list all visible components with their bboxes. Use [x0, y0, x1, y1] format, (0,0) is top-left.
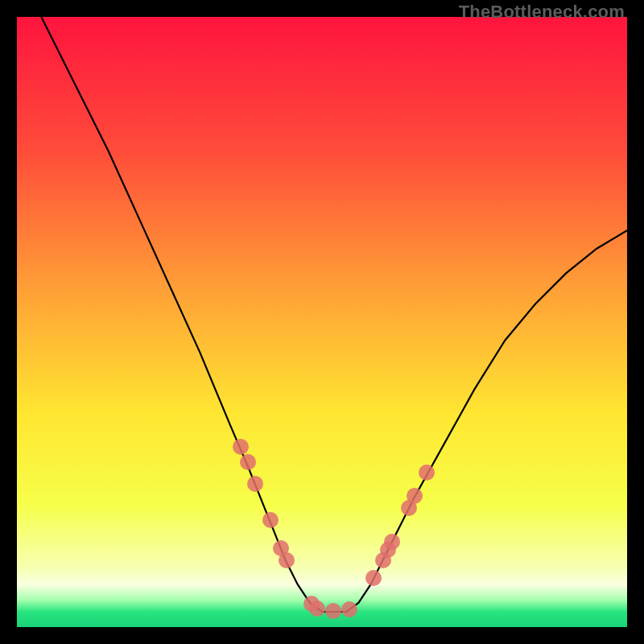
chart-marker	[233, 439, 249, 455]
chart-marker	[247, 476, 263, 492]
chart-marker	[384, 534, 400, 550]
chart-marker	[325, 603, 341, 619]
watermark-text: TheBottleneck.com	[459, 2, 625, 23]
chart-marker	[419, 464, 435, 481]
chart-marker	[262, 512, 279, 528]
chart-marker	[341, 601, 357, 617]
chart-marker	[365, 570, 382, 586]
chart-marker	[309, 601, 325, 617]
chart-markers-layer	[17, 17, 627, 627]
chart-plot-area	[17, 17, 627, 627]
chart-marker	[240, 454, 256, 470]
chart-marker	[279, 552, 295, 568]
chart-marker	[407, 488, 423, 504]
